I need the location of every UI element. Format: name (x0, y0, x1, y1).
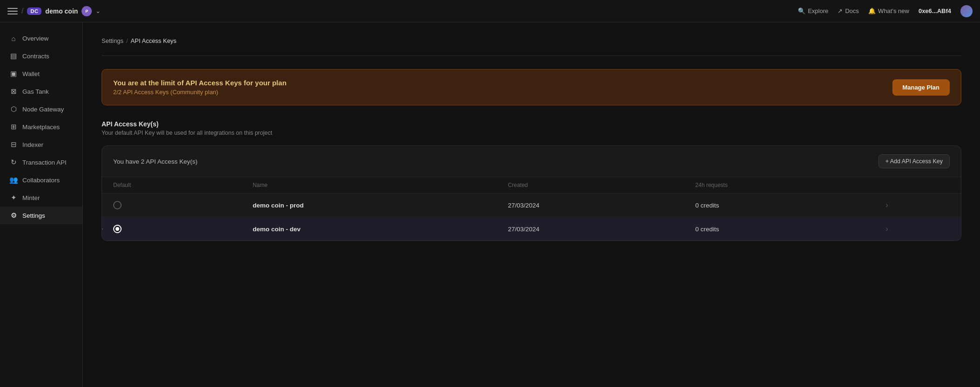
sidebar-item-label: Settings (22, 212, 45, 219)
sidebar-item-gas-tank[interactable]: ⊠ Gas Tank (0, 83, 82, 100)
sidebar-item-label: Indexer (22, 141, 43, 148)
breadcrumb-separator: / (126, 37, 128, 44)
add-api-key-button[interactable]: + Add API Access Key (878, 154, 950, 168)
radio-cell (102, 217, 241, 241)
key-created-prod: 27/03/2024 (497, 194, 684, 217)
key-action-dev[interactable]: › (874, 217, 961, 241)
sidebar-item-overview[interactable]: ⌂ Overview (0, 30, 82, 47)
chevron-right-icon[interactable]: › (885, 225, 888, 233)
sidebar-item-label: Overview (22, 35, 48, 42)
sidebar-item-label: Gas Tank (22, 88, 49, 95)
sidebar-item-settings[interactable]: ⚙ Settings (0, 207, 82, 224)
api-keys-table: Default Name Created 24h requests (102, 177, 961, 241)
col-default: Default (102, 177, 241, 194)
explore-link[interactable]: 🔍 Explore (798, 7, 828, 14)
collaborators-icon: 👥 (9, 176, 18, 184)
wallet-icon: ▣ (9, 69, 18, 78)
sidebar-item-collaborators[interactable]: 👥 Collaborators (0, 171, 82, 189)
project-badge: DC (27, 7, 41, 15)
docs-label: Docs (845, 7, 859, 14)
main-content: Settings / API Access Keys You are at th… (83, 22, 980, 387)
divider (102, 55, 961, 56)
arrow-head (102, 226, 103, 232)
sidebar-item-wallet[interactable]: ▣ Wallet (0, 65, 82, 83)
key-requests-dev: 0 credits (684, 217, 875, 241)
bell-icon: 🔔 (868, 7, 876, 14)
keys-count: You have 2 API Access Key(s) (113, 158, 197, 165)
key-action-prod[interactable]: › (874, 194, 961, 217)
default-radio-prod[interactable] (113, 201, 122, 209)
key-name-prod: demo coin - prod (241, 194, 497, 217)
sidebar-item-label: Transaction API (22, 159, 67, 166)
warning-title: You are at the limit of API Access Keys … (113, 79, 286, 87)
sidebar-item-label: Node Gateway (22, 106, 64, 113)
contracts-icon: ▤ (9, 52, 18, 60)
key-requests-prod: 0 credits (684, 194, 875, 217)
default-radio-dev[interactable] (113, 225, 122, 233)
radio-cell (102, 194, 241, 217)
explore-label: Explore (808, 7, 828, 14)
docs-link[interactable]: ↗ Docs (837, 7, 859, 14)
key-created-dev: 27/03/2024 (497, 217, 684, 241)
node-icon: ⬡ (9, 105, 18, 113)
search-icon: 🔍 (798, 7, 805, 14)
top-navigation: / DC demo coin P ⌄ 🔍 Explore ↗ Docs 🔔 Wh… (0, 0, 980, 22)
wallet-address: 0xe6...ABf4 (919, 7, 951, 14)
sidebar-item-indexer[interactable]: ⊟ Indexer (0, 136, 82, 153)
api-keys-card: You have 2 API Access Key(s) + Add API A… (102, 145, 961, 241)
section-title: API Access Key(s) (102, 120, 961, 128)
breadcrumb-parent[interactable]: Settings (102, 37, 123, 44)
project-name: demo coin (45, 7, 78, 15)
home-icon: ⌂ (9, 35, 18, 42)
hamburger-menu[interactable] (7, 6, 18, 16)
main-layout: ⌂ Overview ▤ Contracts ▣ Wallet ⊠ Gas Ta… (0, 22, 980, 387)
table-header-row: Default Name Created 24h requests (102, 177, 961, 194)
sidebar-item-minter[interactable]: ✦ Minter (0, 189, 82, 207)
table-wrapper: Default Name Created 24h requests (102, 177, 961, 241)
transaction-icon: ↻ (9, 158, 18, 166)
section-header: API Access Key(s) Your default API Key w… (102, 120, 961, 136)
topnav-right: 🔍 Explore ↗ Docs 🔔 What's new 0xe6...ABf… (798, 5, 973, 17)
sidebar-item-node-gateway[interactable]: ⬡ Node Gateway (0, 100, 82, 118)
col-created: Created (497, 177, 684, 194)
sidebar-item-label: Collaborators (22, 177, 60, 184)
sidebar-item-label: Wallet (22, 70, 40, 77)
section-description: Your default API Key will be used for al… (102, 130, 961, 136)
user-avatar[interactable] (960, 5, 973, 17)
sidebar-item-marketplaces[interactable]: ⊞ Marketplaces (0, 118, 82, 136)
sidebar: ⌂ Overview ▤ Contracts ▣ Wallet ⊠ Gas Ta… (0, 22, 83, 387)
key-name-dev: demo coin - dev (241, 217, 497, 241)
sidebar-item-label: Minter (22, 194, 40, 201)
arrow-annotation (102, 226, 103, 232)
manage-plan-button[interactable]: Manage Plan (892, 79, 950, 96)
keys-card-header: You have 2 API Access Key(s) + Add API A… (102, 146, 961, 177)
chevron-down-icon[interactable]: ⌄ (95, 7, 101, 14)
whats-new-label: What's new (878, 7, 909, 14)
gas-icon: ⊠ (9, 87, 18, 96)
sidebar-item-label: Contracts (22, 53, 49, 60)
whats-new-link[interactable]: 🔔 What's new (868, 7, 909, 14)
table-row: demo coin - dev 27/03/2024 0 credits › (102, 217, 961, 241)
breadcrumb-current: API Access Keys (131, 37, 177, 44)
col-requests: 24h requests (684, 177, 875, 194)
sidebar-item-transaction-api[interactable]: ↻ Transaction API (0, 153, 82, 171)
settings-icon: ⚙ (9, 211, 18, 220)
topnav-left: / DC demo coin P ⌄ (7, 6, 794, 16)
sidebar-item-label: Marketplaces (22, 124, 60, 131)
col-action (874, 177, 961, 194)
table-row: demo coin - prod 27/03/2024 0 credits › (102, 194, 961, 217)
breadcrumb: Settings / API Access Keys (102, 37, 961, 44)
minter-icon: ✦ (9, 194, 18, 202)
external-link-icon: ↗ (837, 7, 843, 14)
chevron-right-icon[interactable]: › (885, 201, 888, 209)
sidebar-item-contracts[interactable]: ▤ Contracts (0, 47, 82, 65)
project-icon: P (82, 6, 92, 16)
indexer-icon: ⊟ (9, 140, 18, 149)
marketplace-icon: ⊞ (9, 123, 18, 131)
warning-text: You are at the limit of API Access Keys … (113, 79, 286, 96)
limit-warning-banner: You are at the limit of API Access Keys … (102, 69, 961, 105)
col-name: Name (241, 177, 497, 194)
warning-subtitle: 2/2 API Access Keys (Community plan) (113, 89, 286, 96)
breadcrumb-slash: / (21, 7, 23, 15)
